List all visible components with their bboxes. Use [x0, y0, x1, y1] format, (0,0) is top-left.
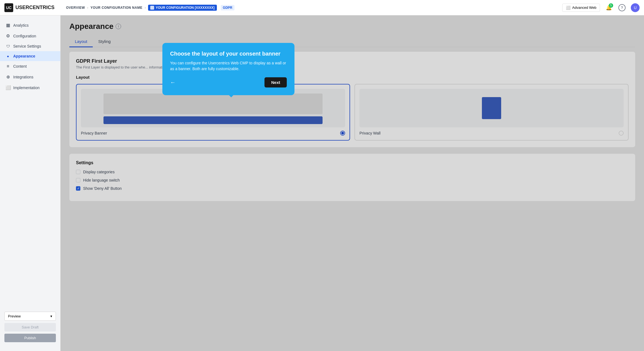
sidebar-item-label-service-settings: Service Settings — [13, 44, 41, 48]
sidebar-item-analytics[interactable]: ▦ Analytics — [0, 20, 60, 31]
breadcrumb-config-id-text: YOUR CONFIGURATION [XXXXXXXX] — [156, 6, 215, 10]
content-icon: ≡ — [6, 64, 10, 69]
sidebar-item-appearance[interactable]: ● Appearance — [0, 51, 60, 61]
navbar-right: ⬜ Advanced Web 🔔 5 ? U — [562, 3, 640, 12]
breadcrumb-sep1: › — [87, 6, 88, 10]
tooltip-back-button[interactable]: ← — [170, 79, 176, 86]
save-draft-button[interactable]: Save Draft — [4, 323, 56, 331]
breadcrumb-overview[interactable]: OVERVIEW — [66, 6, 85, 10]
avatar-initial: U — [634, 6, 637, 10]
publish-label: Publish — [24, 336, 36, 340]
sidebar-item-label-content: Content — [13, 64, 27, 68]
notifications-button[interactable]: 🔔 5 — [604, 3, 613, 12]
navbar: UC USERCENTRICS OVERVIEW › YOUR CONFIGUR… — [0, 0, 644, 15]
notification-badge: 5 — [609, 3, 613, 8]
analytics-icon: ▦ — [6, 23, 10, 28]
avatar[interactable]: U — [631, 3, 640, 12]
implementation-icon: ⬜ — [6, 85, 10, 90]
tooltip-footer: ← Next — [170, 77, 287, 87]
sidebar-item-content[interactable]: ≡ Content — [0, 61, 60, 72]
logo: UC USERCENTRICS — [4, 3, 59, 12]
configuration-icon: ⚙ — [6, 33, 10, 39]
sidebar-item-integrations[interactable]: ⊕ Integrations — [0, 72, 60, 82]
sidebar-item-configuration[interactable]: ⚙ Configuration — [0, 31, 60, 41]
integrations-icon: ⊕ — [6, 74, 10, 79]
tooltip-overlay — [61, 15, 644, 351]
sidebar-item-service-settings[interactable]: 🛡 Service Settings — [0, 41, 60, 51]
sidebar-item-label-analytics: Analytics — [13, 23, 29, 28]
help-button[interactable]: ? — [618, 3, 626, 12]
sidebar: ▦ Analytics ⚙ Configuration 🛡 Service Se… — [0, 15, 61, 351]
tooltip-popup: Choose the layout of your consent banner… — [162, 43, 294, 95]
advanced-web-icon: ⬜ — [566, 6, 571, 10]
tooltip-description: You can configure the Usercentrics Web C… — [170, 60, 287, 72]
help-icon: ? — [618, 4, 626, 11]
advanced-web-label: Advanced Web — [572, 6, 596, 10]
logo-text: USERCENTRICS — [15, 5, 54, 10]
sidebar-item-label-appearance: Appearance — [13, 54, 35, 58]
config-icon — [150, 6, 154, 10]
publish-button[interactable]: Publish — [4, 334, 56, 342]
breadcrumb: OVERVIEW › YOUR CONFIGURATION NAME › YOU… — [66, 5, 562, 11]
sidebar-bottom: Preview ▾ Save Draft Publish — [0, 307, 60, 347]
tooltip-title: Choose the layout of your consent banner — [170, 51, 287, 57]
gdpr-badge[interactable]: GDPR — [221, 5, 235, 10]
preview-label: Preview — [8, 314, 21, 318]
preview-button[interactable]: Preview ▾ — [4, 312, 56, 321]
logo-icon: UC — [4, 3, 13, 12]
sidebar-item-label-implementation: Implementation — [13, 86, 40, 90]
tooltip-next-button[interactable]: Next — [264, 77, 287, 87]
save-draft-label: Save Draft — [22, 325, 39, 329]
breadcrumb-config-id[interactable]: YOUR CONFIGURATION [XXXXXXXX] — [148, 5, 217, 11]
advanced-web-button[interactable]: ⬜ Advanced Web — [562, 4, 600, 12]
breadcrumb-config-name[interactable]: YOUR CONFIGURATION NAME — [91, 6, 143, 10]
sidebar-item-label-integrations: Integrations — [13, 75, 33, 79]
appearance-icon: ● — [6, 54, 10, 58]
main-content: Appearance i Layout Styling GDPR First L… — [61, 15, 644, 351]
service-settings-icon: 🛡 — [6, 44, 10, 48]
sidebar-item-label-configuration: Configuration — [13, 34, 36, 38]
app-body: ▦ Analytics ⚙ Configuration 🛡 Service Se… — [0, 15, 644, 351]
preview-chevron-icon: ▾ — [50, 314, 52, 318]
sidebar-item-implementation[interactable]: ⬜ Implementation — [0, 82, 60, 93]
breadcrumb-sep2: › — [144, 6, 146, 10]
